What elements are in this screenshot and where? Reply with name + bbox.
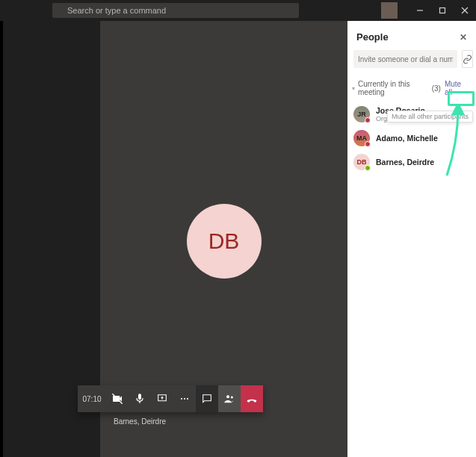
copy-link-button[interactable] [462, 50, 473, 68]
section-label: Currently in this meeting [358, 80, 430, 96]
svg-point-5 [181, 398, 182, 400]
command-search[interactable]: Search or type a command [52, 3, 299, 18]
presence-indicator [365, 117, 371, 123]
mute-all-tooltip: Mute all other participants [387, 111, 473, 122]
meeting-toolbar: 07:10 [78, 385, 263, 412]
window-controls [381, 0, 476, 21]
stage-name-label: Barnes, Deirdre [114, 417, 166, 426]
participant-avatar: DB [353, 154, 370, 170]
call-timer: 07:10 [78, 385, 106, 412]
maximize-button[interactable] [431, 0, 454, 21]
more-actions-button[interactable] [173, 385, 196, 412]
participant-avatar: MA [353, 130, 370, 146]
section-header[interactable]: ▾ Currently in this meeting (3) Mute all [347, 74, 476, 102]
hangup-button[interactable] [241, 385, 263, 412]
people-panel: People ✕ ▾ Currently in this meeting (3)… [347, 21, 476, 457]
svg-rect-1 [440, 8, 445, 13]
panel-title: People [356, 31, 389, 43]
chevron-down-icon: ▾ [352, 85, 355, 92]
chat-button[interactable] [196, 385, 218, 412]
participant-name: Barnes, Deirdre [376, 158, 434, 167]
svg-point-6 [184, 398, 185, 400]
title-bar: Search or type a command [0, 0, 476, 21]
panel-close-button[interactable]: ✕ [460, 32, 467, 43]
presence-indicator [365, 141, 371, 147]
invite-input[interactable] [353, 50, 457, 68]
svg-point-7 [187, 398, 188, 400]
svg-point-9 [231, 396, 233, 398]
section-count: (3) [432, 84, 441, 93]
participant-avatar: JR [353, 106, 370, 122]
minimize-button[interactable] [409, 0, 431, 21]
user-avatar-tile[interactable] [381, 2, 398, 19]
stage-avatar: DB [187, 204, 262, 279]
close-window-button[interactable] [454, 0, 476, 21]
share-screen-button[interactable] [151, 385, 173, 412]
mic-toggle-button[interactable] [129, 385, 151, 412]
mute-all-button[interactable]: Mute all [441, 77, 472, 99]
meeting-stage: DB 07:10 Barnes, [100, 21, 347, 457]
participant-row[interactable]: MAAdamo, Michelle [347, 126, 476, 150]
participant-row[interactable]: DBBarnes, Deirdre [347, 150, 476, 174]
presence-indicator [365, 165, 371, 171]
participants-button[interactable] [218, 385, 241, 412]
camera-toggle-button[interactable] [106, 385, 129, 412]
participant-name: Adamo, Michelle [376, 134, 438, 143]
svg-point-8 [226, 395, 229, 398]
